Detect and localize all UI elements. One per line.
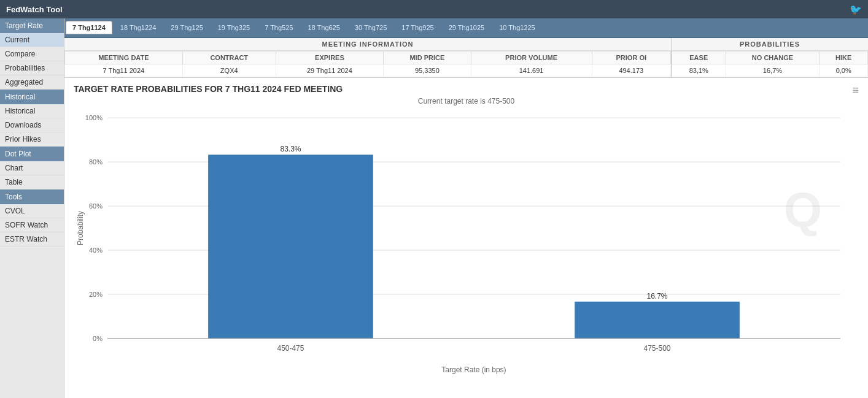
sidebar-item-current[interactable]: Current (0, 33, 64, 47)
meeting-info-section: MEETING INFORMATION MEETING DATECONTRACT… (64, 38, 868, 78)
meeting-info-header: MEETING INFORMATION (64, 38, 671, 51)
svg-text:450-475: 450-475 (277, 344, 304, 353)
svg-text:16.7%: 16.7% (647, 292, 668, 300)
sidebar-item-aggregated[interactable]: Aggregated (0, 75, 64, 90)
probabilities-header: PROBABILITIES (672, 38, 868, 51)
twitter-icon[interactable]: 🐦 (850, 4, 862, 15)
meeting-cell: 29 Thg11 2024 (276, 64, 383, 77)
svg-text:40%: 40% (89, 247, 103, 254)
tab-5[interactable]: 18 Thg625 (301, 21, 346, 34)
svg-text:100%: 100% (85, 114, 103, 121)
meeting-cell: ZQX4 (182, 64, 276, 77)
svg-rect-16 (575, 302, 740, 339)
chart-svg: 0%20%40%60%80%100%Probability83.3%450-47… (74, 109, 859, 378)
tab-3[interactable]: 19 Thg325 (211, 21, 257, 34)
target-rate-section[interactable]: Target Rate (0, 18, 64, 33)
probabilities-table: EASENO CHANGEHIKE 83,1%16,7%0,0% (672, 51, 868, 77)
meeting-table-wrapper: MEETING INFORMATION MEETING DATECONTRACT… (64, 38, 672, 77)
meeting-col-header: EXPIRES (276, 52, 383, 64)
tab-1[interactable]: 18 Thg1224 (114, 21, 163, 34)
svg-text:83.3%: 83.3% (280, 145, 301, 153)
prob-col-header: EASE (672, 52, 726, 64)
meeting-info-table: MEETING DATECONTRACTEXPIRESMID PRICEPRIO… (64, 51, 671, 77)
probabilities-wrapper: PROBABILITIES EASENO CHANGEHIKE 83,1%16,… (672, 38, 868, 77)
tab-4[interactable]: 7 Thg525 (258, 21, 300, 34)
svg-text:Target Rate (in bps): Target Rate (in bps) (441, 365, 506, 374)
app-title: FedWatch Tool (6, 5, 63, 14)
prob-col-header: HIKE (820, 52, 868, 64)
sidebar-item-downloads[interactable]: Downloads (0, 118, 64, 132)
sidebar-item-prior-hikes[interactable]: Prior Hikes (0, 132, 64, 147)
svg-text:475-500: 475-500 (644, 344, 671, 353)
chart-title: TARGET RATE PROBABILITIES FOR 7 THG11 20… (74, 84, 859, 94)
sidebar-item-table[interactable]: Table (0, 175, 64, 189)
meeting-cell: 494.173 (592, 64, 670, 77)
chart-subtitle: Current target rate is 475-500 (74, 97, 859, 105)
sidebar: Target Rate Current Compare Probabilitie… (0, 18, 64, 398)
sidebar-item-chart[interactable]: Chart (0, 161, 64, 175)
tab-9[interactable]: 10 Thg1225 (492, 21, 542, 34)
meeting-cell: 95,3350 (384, 64, 471, 77)
prob-cell: 16,7% (726, 64, 820, 77)
tools-section[interactable]: Tools (0, 189, 64, 204)
content-area: MEETING INFORMATION MEETING DATECONTRACT… (64, 38, 868, 398)
tab-7[interactable]: 17 Thg925 (395, 21, 440, 34)
meeting-cell: 7 Thg11 2024 (65, 64, 183, 77)
svg-text:60%: 60% (89, 202, 103, 210)
tab-8[interactable]: 29 Thg1025 (442, 21, 492, 34)
tabs-bar: 7 Thg112418 Thg122429 Thg12519 Thg3257 T… (64, 18, 868, 38)
sidebar-item-cvol[interactable]: CVOL (0, 204, 64, 218)
tab-0[interactable]: 7 Thg1124 (66, 21, 112, 34)
meeting-col-header: PRIOR OI (592, 52, 670, 64)
meeting-cell: 141.691 (471, 64, 592, 77)
sidebar-item-estr-watch[interactable]: ESTR Watch (0, 232, 64, 247)
tab-2[interactable]: 29 Thg125 (164, 21, 209, 34)
svg-text:Probability: Probability (76, 211, 85, 245)
dot-plot-section[interactable]: Dot Plot (0, 147, 64, 161)
sidebar-item-compare[interactable]: Compare (0, 47, 64, 61)
prob-cell: 0,0% (820, 64, 868, 77)
historical-section[interactable]: Historical (0, 90, 64, 104)
chart-menu-icon[interactable]: ≡ (852, 84, 859, 97)
prob-col-header: NO CHANGE (726, 52, 820, 64)
svg-rect-13 (208, 155, 373, 339)
meeting-col-header: MEETING DATE (65, 52, 183, 64)
svg-text:0%: 0% (93, 335, 103, 342)
svg-text:20%: 20% (89, 291, 103, 298)
topbar: FedWatch Tool 🐦 (0, 0, 868, 18)
chart-container: Q 0%20%40%60%80%100%Probability83.3%450-… (74, 109, 859, 378)
meeting-col-header: PRIOR VOLUME (471, 52, 592, 64)
tab-6[interactable]: 30 Thg725 (348, 21, 393, 34)
sidebar-item-probabilities[interactable]: Probabilities (0, 61, 64, 75)
prob-cell: 83,1% (672, 64, 726, 77)
svg-text:80%: 80% (89, 158, 103, 166)
chart-area: TARGET RATE PROBABILITIES FOR 7 THG11 20… (64, 78, 868, 398)
sidebar-item-historical[interactable]: Historical (0, 104, 64, 118)
meeting-col-header: MID PRICE (384, 52, 471, 64)
meeting-col-header: CONTRACT (182, 52, 276, 64)
sidebar-item-sofr-watch[interactable]: SOFR Watch (0, 218, 64, 232)
